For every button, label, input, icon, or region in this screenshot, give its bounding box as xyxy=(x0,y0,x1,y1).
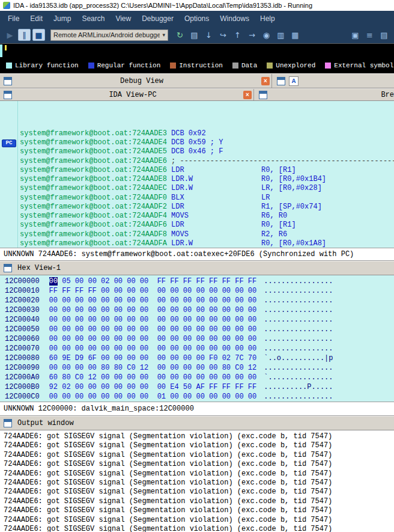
asm-mnemonic: BLX xyxy=(171,194,261,203)
menu-view[interactable]: View xyxy=(110,12,136,25)
navigation-band[interactable] xyxy=(0,43,394,58)
hex-row[interactable]: 12C0008060 9E D9 6F 00 00 00 00 00 00 00… xyxy=(5,353,394,363)
debug-view-caption[interactable]: Debug View × A xyxy=(0,73,394,88)
hex-row[interactable]: 12C0005000 00 00 00 00 00 00 00 00 00 00… xyxy=(5,325,394,334)
hex-row[interactable]: 12C00010FF FF FF FF 00 00 00 00 00 00 00… xyxy=(5,286,394,296)
output-line: 724AADE6: got SIGSEGV signal (Segmentati… xyxy=(4,441,394,450)
asm-text: DCB 0x46 ; F xyxy=(171,147,223,156)
asm-line[interactable]: system@framework@boot.oat:724AADE8 LDR.W… xyxy=(20,175,394,184)
asm-line[interactable]: system@framework@boot.oat:724AADEC LDR.W… xyxy=(20,184,394,193)
legend-color-swatch xyxy=(232,63,238,69)
close-ida-view-button[interactable]: × xyxy=(243,91,252,99)
window-title: IDA - ida91353.idb (app_process32) C:\Us… xyxy=(13,2,312,9)
asm-address: system@framework@boot.oat:724AADF2 xyxy=(20,203,167,211)
pause-process-icon[interactable]: ‖ xyxy=(18,29,31,41)
modules-icon[interactable]: ▦ xyxy=(289,29,302,41)
asm-line[interactable]: system@framework@boot.oat:724AADF8 MOVSR… xyxy=(20,230,394,239)
legend-label: External symbol xyxy=(334,62,393,69)
asm-line[interactable]: system@framework@boot.oat:724AADE6 ; ---… xyxy=(20,157,394,166)
hex-row[interactable]: 12C0006000 00 00 00 00 00 00 00 00 00 00… xyxy=(5,334,394,344)
run-until-return-icon[interactable]: ↑ xyxy=(231,29,244,41)
watches-icon[interactable]: ▥ xyxy=(274,29,287,41)
step-into-icon[interactable]: ↓ xyxy=(202,29,215,41)
output-line: 724AADE6: got SIGSEGV signal (Segmentati… xyxy=(4,516,394,525)
legend-color-swatch xyxy=(267,63,273,69)
stop-process-icon[interactable]: ■ xyxy=(32,29,45,41)
menu-search[interactable]: Search xyxy=(76,12,110,25)
legend-label: Instruction xyxy=(179,62,223,69)
hex-row[interactable]: 12C0000000 05 00 00 02 00 00 00 FF FF FF… xyxy=(5,277,394,286)
breakpoints-list-icon[interactable]: ◉ xyxy=(260,29,273,41)
panel-icon xyxy=(4,77,12,85)
open-file-icon[interactable]: ▤ xyxy=(188,29,201,41)
hex-row[interactable]: 12C0004000 00 00 00 00 00 00 00 00 00 00… xyxy=(5,315,394,325)
debug-windows-icon[interactable]: ▣ xyxy=(349,29,362,41)
legend-color-swatch xyxy=(170,63,176,69)
hex-row[interactable]: 12C0009000 00 00 00 80 80 C0 12 00 00 00… xyxy=(5,363,394,373)
selected-byte[interactable]: 00 xyxy=(49,277,58,286)
legend-item-unexplored: Unexplored xyxy=(267,62,315,69)
output-line: 724AADE6: got SIGSEGV signal (Segmentati… xyxy=(4,488,394,497)
legend-item-instruction: Instruction xyxy=(170,62,223,69)
hex-view-caption[interactable]: Hex View-1 xyxy=(0,261,394,275)
close-debug-view-button[interactable]: × xyxy=(261,77,270,85)
navband-current-position-marker xyxy=(5,45,7,50)
hex-row[interactable]: 12C0003000 00 00 00 00 00 00 00 00 00 00… xyxy=(5,305,394,315)
asm-line[interactable]: system@framework@boot.oat:724AADF2 LDRR1… xyxy=(20,203,394,212)
output-window-caption[interactable]: Output window xyxy=(0,416,394,430)
hex-ascii: ................ xyxy=(264,287,333,295)
hex-bytes: 00 00 00 00 00 00 00 00 00 00 00 00 00 0… xyxy=(49,306,257,314)
hex-ascii: `............... xyxy=(264,373,333,382)
step-over-icon[interactable]: ↪ xyxy=(217,29,229,41)
asm-address: system@framework@boot.oat:724AADE3 xyxy=(20,129,167,138)
panel-icon xyxy=(4,264,12,272)
legend-label: Library function xyxy=(15,62,79,69)
output-window-title: Output window xyxy=(17,419,74,427)
asm-line[interactable]: system@framework@boot.oat:724AADE4 DCB 0… xyxy=(20,138,394,147)
hex-row[interactable]: 12C000C000 00 00 00 00 00 00 00 01 00 00… xyxy=(5,392,394,402)
hex-row[interactable]: 12C0002000 00 00 00 00 00 00 00 00 00 00… xyxy=(5,296,394,305)
menu-file[interactable]: File xyxy=(2,12,25,25)
refresh-memory-icon[interactable]: ↻ xyxy=(174,29,186,41)
start-process-icon[interactable]: ▶ xyxy=(4,29,16,41)
hex-address: 12C00060 xyxy=(5,335,40,343)
asm-line[interactable]: system@framework@boot.oat:724AADF0 BLXLR xyxy=(20,194,394,203)
ida-view-caption[interactable]: IDA View-PC × Bre xyxy=(0,88,394,101)
menu-options[interactable]: Options xyxy=(179,12,214,25)
menu-windows[interactable]: Windows xyxy=(214,12,255,25)
ida-view-title-area: IDA View-PC × xyxy=(12,89,253,100)
stack-view-icon[interactable]: ▤ xyxy=(378,29,390,41)
debugger-selector[interactable]: Remote ARMLinux/Android debugger ▾ xyxy=(50,29,168,41)
legend-item-library-function: Library function xyxy=(6,62,79,69)
hex-view[interactable]: 12C0000000 05 00 00 02 00 00 00 FF FF FF… xyxy=(0,275,394,402)
asm-line[interactable]: system@framework@boot.oat:724AADF4 MOVSR… xyxy=(20,212,394,221)
menu-edit[interactable]: Edit xyxy=(25,12,48,25)
menu-debugger[interactable]: Debugger xyxy=(136,12,179,25)
asm-address: system@framework@boot.oat:724AADEC xyxy=(20,184,167,192)
menu-help[interactable]: Help xyxy=(255,12,280,25)
hex-row[interactable]: 12C0007000 00 00 00 00 00 00 00 00 00 00… xyxy=(5,344,394,353)
asm-line[interactable]: system@framework@boot.oat:724AADFA LDR.W… xyxy=(20,239,394,248)
hex-row[interactable]: 12C000B092 02 00 00 00 00 00 00 00 E4 50… xyxy=(5,382,394,392)
titlebar[interactable]: IDA - ida91353.idb (app_process32) C:\Us… xyxy=(0,0,394,11)
asm-line[interactable]: system@framework@boot.oat:724AADE6 LDRR0… xyxy=(20,166,394,175)
asm-line[interactable]: system@framework@boot.oat:724AADE5 DCB 0… xyxy=(20,147,394,156)
asm-operands: R0, [R1] xyxy=(261,221,296,229)
asm-line[interactable]: system@framework@boot.oat:724AADE3 DCB 0… xyxy=(20,129,394,138)
legend-item-data: Data xyxy=(232,62,257,69)
menu-jump[interactable]: Jump xyxy=(48,12,76,25)
disassembly-view[interactable]: PC system@framework@boot.oat:724AADE3 DC… xyxy=(0,101,394,248)
threads-icon[interactable]: ≡ xyxy=(363,29,376,41)
asm-mnemonic: LDR xyxy=(171,221,261,230)
run-to-cursor-icon[interactable]: → xyxy=(246,29,258,41)
asm-address: system@framework@boot.oat:724AADF0 xyxy=(20,194,167,202)
hex-address: 12C00050 xyxy=(5,325,40,334)
asm-line[interactable]: system@framework@boot.oat:724AADF6 LDRR0… xyxy=(20,221,394,230)
hex-bytes: 00 00 00 00 00 00 00 00 00 00 00 00 00 0… xyxy=(49,325,257,334)
legend-color-swatch xyxy=(88,63,94,69)
output-line: 724AADE6: got SIGSEGV signal (Segmentati… xyxy=(4,506,394,515)
hex-row[interactable]: 12C000A060 80 C0 12 00 00 00 00 00 00 00… xyxy=(5,373,394,382)
legend-bar: Library functionRegular functionInstruct… xyxy=(0,58,394,73)
letter-a-button[interactable]: A xyxy=(289,76,299,86)
pc-badge: PC xyxy=(2,139,16,147)
